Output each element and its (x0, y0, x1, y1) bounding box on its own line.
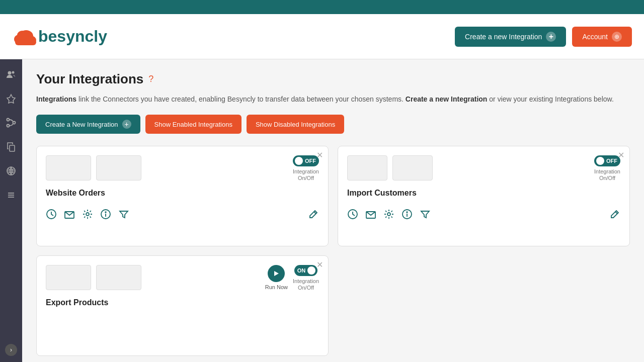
sidebar-item-list[interactable] (4, 188, 18, 202)
integration-card-import-customers: ✕ OFF IntegrationOn/Off Import Custom (338, 146, 630, 246)
toggle-on-text-export-products: ON (297, 267, 306, 274)
help-icon[interactable]: ? (148, 74, 153, 84)
toggle-sublabel-export-products: IntegrationOn/Off (293, 278, 319, 291)
svg-point-8 (13, 122, 16, 124)
card-top-import-customers: OFF IntegrationOn/Off (347, 155, 620, 182)
run-now-button-export-products[interactable] (268, 265, 285, 282)
info-icon-website-orders[interactable] (100, 208, 111, 220)
toggle-circle-export-products (307, 266, 315, 275)
card-logos-website-orders (46, 155, 141, 180)
card-close-icon-export-products[interactable]: ✕ (316, 261, 323, 269)
svg-point-7 (7, 119, 10, 121)
card-top-export-products: Run Now ON IntegrationOn/Off (46, 265, 319, 291)
page-description: Integrations link the Connectors you hav… (36, 94, 630, 105)
toggle-import-customers[interactable]: OFF (594, 155, 620, 166)
run-now-label-export-products: Run Now (265, 284, 288, 290)
toggle-website-orders[interactable]: OFF (293, 155, 319, 166)
sidebar-item-pin[interactable] (4, 92, 18, 106)
create-integration-button[interactable]: Create a new Integration + (455, 27, 566, 47)
card-top-website-orders: OFF IntegrationOn/Off (46, 155, 319, 182)
create-integration-label: Create a new Integration (465, 33, 542, 41)
filter-icon-website-orders[interactable] (118, 208, 129, 220)
header: besyncly Create a new Integration + Acco… (0, 14, 644, 59)
description-text2: or view your existing Integrations below… (487, 95, 613, 103)
card-close-icon-import-customers[interactable]: ✕ (618, 151, 624, 159)
card-logo-right-export-products (96, 265, 141, 290)
svg-rect-10 (10, 145, 15, 151)
account-user-icon: ⊕ (612, 32, 622, 42)
clock-icon-website-orders[interactable] (46, 208, 57, 220)
card-logos-export-products (46, 265, 141, 290)
sidebar-item-people[interactable] (4, 67, 18, 81)
description-text1: link the Connectors you have created, en… (76, 95, 406, 103)
logo-container: besyncly (12, 26, 107, 47)
sidebar: › (0, 59, 22, 362)
info-icon-import-customers[interactable] (401, 208, 413, 220)
create-integration-plus-icon: + (546, 32, 556, 42)
toggle-label-website-orders: OFF (305, 158, 316, 164)
description-create-bold: Create a new Integration (406, 95, 488, 103)
card-title-website-orders: Website Orders (46, 189, 319, 198)
action-buttons: Create a New Integration + Show Enabled … (36, 115, 630, 134)
sidebar-expand-icon: › (10, 346, 12, 353)
header-actions: Create a new Integration + Account ⊕ (455, 27, 632, 47)
svg-point-17 (86, 213, 89, 216)
integration-card-export-products: ✕ Run Now (36, 255, 329, 356)
card-logo-right-website-orders (96, 155, 141, 180)
toggle-label-import-customers: OFF (606, 158, 617, 164)
main-layout: › Your Integrations ? Integrations link … (0, 59, 644, 362)
svg-point-9 (7, 125, 10, 127)
sidebar-expand-button[interactable]: › (5, 344, 17, 356)
svg-point-5 (8, 71, 12, 75)
run-now-area-export-products: Run Now (265, 265, 288, 290)
edit-icon-website-orders[interactable] (308, 208, 319, 220)
sidebar-item-flow[interactable] (4, 116, 18, 130)
svg-point-23 (387, 213, 390, 216)
card-icons-import-customers (347, 208, 431, 220)
toggle-export-products[interactable]: ON (294, 265, 318, 276)
svg-point-20 (105, 212, 106, 213)
card-logo-right-import-customers (392, 155, 433, 180)
content-area: Your Integrations ? Integrations link th… (22, 59, 644, 362)
show-enabled-button[interactable]: Show Enabled Integrations (145, 115, 242, 134)
svg-point-26 (407, 212, 408, 213)
card-toggle-area-import-customers: OFF IntegrationOn/Off (594, 155, 620, 182)
create-new-integration-button[interactable]: Create a New Integration + (36, 115, 140, 134)
svg-point-4 (17, 31, 27, 40)
email-icon-website-orders[interactable] (64, 208, 75, 220)
card-logo-left-export-products (46, 265, 91, 290)
card-toggle-area-website-orders: OFF IntegrationOn/Off (293, 155, 319, 182)
clock-icon-import-customers[interactable] (347, 208, 358, 220)
toggle-circle-website-orders (295, 157, 303, 165)
email-icon-import-customers[interactable] (365, 208, 376, 220)
description-integrations-bold: Integrations (36, 95, 76, 103)
svg-marker-27 (274, 271, 279, 276)
sidebar-item-globe[interactable] (4, 164, 18, 178)
settings-icon-website-orders[interactable] (82, 208, 93, 220)
page-title-row: Your Integrations ? (36, 71, 630, 87)
integration-card-website-orders: ✕ OFF IntegrationOn/Off Website Order (36, 146, 329, 246)
card-toggle-area-export-products: ON IntegrationOn/Off (293, 265, 319, 291)
card-title-export-products: Export Products (46, 298, 319, 307)
account-label: Account (582, 33, 608, 41)
edit-icon-import-customers[interactable] (609, 208, 620, 220)
toggle-sublabel-import-customers: IntegrationOn/Off (594, 168, 620, 182)
svg-point-6 (12, 71, 15, 74)
filter-icon-import-customers[interactable] (420, 208, 431, 220)
card-title-import-customers: Import Customers (347, 189, 620, 198)
account-button[interactable]: Account ⊕ (572, 27, 632, 47)
sidebar-item-copy[interactable] (4, 140, 18, 154)
card-close-icon-website-orders[interactable]: ✕ (316, 151, 323, 159)
logo-cloud-icon (12, 26, 36, 47)
top-bar (0, 0, 644, 14)
page-title: Your Integrations (36, 71, 143, 87)
logo-text: besyncly (38, 27, 107, 46)
card-logo-left-import-customers (347, 155, 387, 180)
card-icons-website-orders (46, 208, 129, 220)
settings-icon-import-customers[interactable] (383, 208, 394, 220)
create-new-integration-label: Create a New Integration (45, 121, 118, 128)
show-disabled-button[interactable]: Show Disabled Integrations (247, 115, 344, 134)
card-actions-import-customers (347, 208, 620, 220)
toggle-circle-import-customers (596, 157, 604, 165)
svg-rect-3 (15, 39, 36, 45)
